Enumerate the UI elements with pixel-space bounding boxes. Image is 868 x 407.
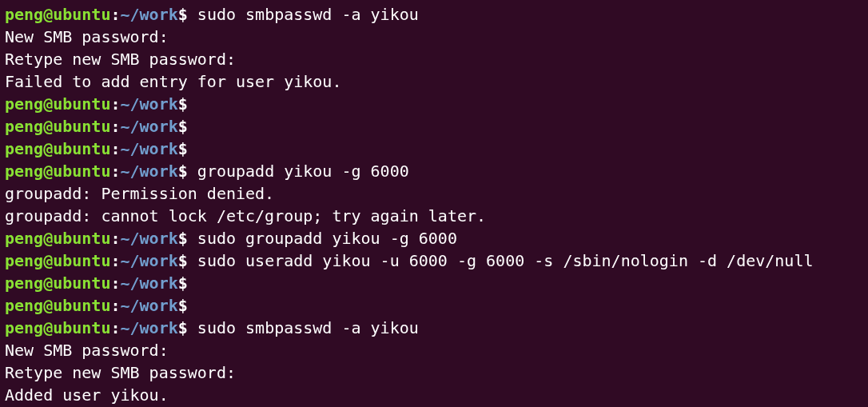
prompt-user-host: peng@ubuntu	[5, 139, 110, 158]
terminal-line: New SMB password:	[5, 26, 863, 48]
prompt-user-host: peng@ubuntu	[5, 229, 110, 248]
terminal-line: Retype new SMB password:	[5, 361, 863, 384]
output-text: groupadd: Permission denied.	[5, 184, 274, 203]
command-text: sudo smbpasswd -a yikou	[188, 5, 419, 24]
prompt-path: ~/work	[121, 296, 178, 315]
prompt-symbol: $	[178, 162, 188, 181]
command-text	[188, 139, 197, 158]
prompt-user-host: peng@ubuntu	[5, 273, 110, 293]
prompt-path: ~/work	[121, 117, 178, 136]
prompt-separator: :	[110, 318, 120, 337]
terminal-line: peng@ubuntu:~/work$	[5, 294, 863, 317]
prompt-user-host: peng@ubuntu	[5, 251, 110, 270]
command-text: sudo smbpasswd -a yikou	[188, 318, 419, 337]
terminal-line: peng@ubuntu:~/work$ sudo groupadd yikou …	[5, 227, 863, 249]
terminal-line: Retype new SMB password:	[5, 48, 863, 70]
prompt-path: ~/work	[121, 273, 178, 293]
output-text: Failed to add entry for user yikou.	[5, 72, 341, 91]
prompt-symbol: $	[178, 94, 188, 114]
prompt-separator: :	[110, 229, 120, 248]
prompt-symbol: $	[178, 273, 188, 293]
prompt-separator: :	[110, 162, 120, 181]
prompt-separator: :	[110, 139, 120, 158]
terminal-line: peng@ubuntu:~/work$ groupadd yikou -g 60…	[5, 160, 863, 182]
prompt-symbol: $	[178, 139, 188, 158]
prompt-user-host: peng@ubuntu	[5, 117, 110, 136]
prompt-symbol: $	[178, 117, 188, 136]
prompt-separator: :	[110, 296, 120, 315]
output-text: New SMB password:	[5, 27, 169, 46]
prompt-path: ~/work	[121, 229, 178, 248]
command-text	[188, 94, 197, 114]
prompt-separator: :	[110, 94, 120, 114]
output-text: Added user yikou.	[5, 385, 169, 405]
prompt-symbol: $	[178, 5, 188, 24]
prompt-separator: :	[110, 251, 120, 270]
terminal-line: peng@ubuntu:~/work$	[5, 272, 863, 294]
prompt-symbol: $	[178, 251, 188, 270]
prompt-separator: :	[110, 117, 120, 136]
terminal-window[interactable]: { "prompt": { "user_host": "peng@ubuntu"…	[0, 0, 868, 407]
terminal-line: Added user yikou.	[5, 384, 863, 406]
prompt-user-host: peng@ubuntu	[5, 162, 110, 181]
prompt-user-host: peng@ubuntu	[5, 318, 110, 337]
terminal-line: peng@ubuntu:~/work$	[5, 138, 863, 160]
prompt-symbol: $	[178, 296, 188, 315]
command-text: sudo groupadd yikou -g 6000	[188, 229, 457, 248]
command-text	[188, 117, 197, 136]
prompt-user-host: peng@ubuntu	[5, 5, 110, 24]
prompt-symbol: $	[178, 318, 188, 337]
output-text: New SMB password:	[5, 341, 169, 360]
terminal-line: Failed to add entry for user yikou.	[5, 70, 863, 93]
command-text: sudo useradd yikou -u 6000 -g 6000 -s /s…	[188, 251, 814, 270]
output-text: Retype new SMB password:	[5, 363, 236, 382]
command-text: groupadd yikou -g 6000	[188, 162, 409, 181]
prompt-symbol: $	[178, 229, 188, 248]
prompt-separator: :	[110, 273, 120, 293]
prompt-path: ~/work	[121, 318, 178, 337]
prompt-path: ~/work	[121, 5, 178, 24]
prompt-path: ~/work	[121, 251, 178, 270]
terminal-line: peng@ubuntu:~/work$ sudo smbpasswd -a yi…	[5, 3, 863, 26]
terminal-line: New SMB password:	[5, 339, 863, 361]
terminal-line: peng@ubuntu:~/work$	[5, 93, 863, 115]
output-text: Retype new SMB password:	[5, 50, 236, 69]
prompt-user-host: peng@ubuntu	[5, 296, 110, 315]
prompt-path: ~/work	[121, 94, 178, 114]
command-text	[188, 273, 197, 293]
prompt-user-host: peng@ubuntu	[5, 94, 110, 114]
terminal-line: peng@ubuntu:~/work$ sudo smbpasswd -a yi…	[5, 317, 863, 339]
prompt-path: ~/work	[121, 162, 178, 181]
output-text: groupadd: cannot lock /etc/group; try ag…	[5, 206, 486, 225]
terminal-content[interactable]: peng@ubuntu:~/work$ sudo smbpasswd -a yi…	[5, 3, 863, 406]
prompt-path: ~/work	[121, 139, 178, 158]
command-text	[188, 296, 197, 315]
terminal-line: groupadd: Permission denied.	[5, 182, 863, 205]
terminal-line: peng@ubuntu:~/work$ sudo useradd yikou -…	[5, 249, 863, 272]
terminal-line: peng@ubuntu:~/work$	[5, 115, 863, 138]
prompt-separator: :	[110, 5, 120, 24]
terminal-line: groupadd: cannot lock /etc/group; try ag…	[5, 205, 863, 227]
